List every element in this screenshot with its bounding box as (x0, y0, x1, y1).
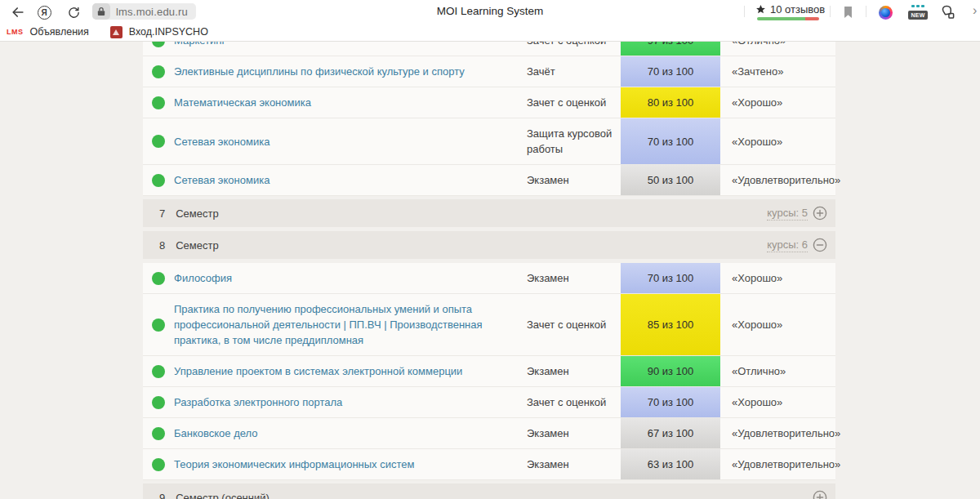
bookmark-flag-icon (843, 6, 853, 19)
lock-icon[interactable] (92, 3, 110, 20)
extensions-icon (940, 5, 956, 20)
rating-bar (757, 17, 819, 20)
course-link[interactable]: Математическая экономика (174, 95, 527, 110)
course-link[interactable]: Разработка электронного портала (174, 394, 527, 410)
courses-count-link[interactable]: курсы: 5 (767, 207, 808, 221)
table-row: Банковское дело Экзамен 67 из 100 «Удовл… (143, 418, 835, 449)
course-link[interactable]: Банковское дело (174, 425, 527, 441)
score-cell: 67 из 100 (621, 418, 720, 448)
reviews-count: 10 отзывов (770, 3, 825, 16)
exam-type: Зачет с оценкой (527, 95, 621, 110)
bookmarks-bar: LMS Объявления Вход.INPSYCHO (0, 23, 980, 42)
refresh-button[interactable] (64, 2, 83, 22)
course-link[interactable]: Маркетинг (174, 42, 527, 48)
status-dot-icon (152, 396, 165, 409)
status-dot-icon (152, 458, 165, 471)
lms-logo-icon: LMS (7, 28, 24, 36)
browser-window: Я lms.moi.edu.ru MOI Learning System 10 … (0, 0, 980, 499)
table-row: Сетевая экономика Экзамен 50 из 100 «Удо… (143, 165, 835, 196)
browser-toolbar: Я lms.moi.edu.ru MOI Learning System 10 … (0, 0, 980, 23)
course-link[interactable]: Сетевая экономика (174, 134, 527, 149)
yandex-home-button[interactable]: Я (34, 2, 54, 22)
exam-type: Зачёт (527, 64, 621, 79)
grade-text: «Удовлетворительно» (720, 174, 840, 186)
status-dot-icon (152, 319, 165, 332)
status-dot-icon (152, 42, 165, 47)
status-dot-icon (152, 272, 165, 285)
bookmark-announcements[interactable]: LMS Объявления (7, 26, 89, 38)
exam-type: Экзамен (527, 172, 621, 188)
semester-number: 8 (159, 239, 165, 252)
status-dot-icon (152, 174, 165, 187)
exam-type: Защита курсовой работы (527, 126, 621, 157)
table-row: Маркетинг Зачет с оценкой 97 из 100 «Отл… (143, 42, 835, 56)
exam-type: Зачет с оценкой (527, 317, 621, 332)
bookmark-page-button[interactable] (838, 2, 858, 22)
status-dot-icon (152, 365, 165, 378)
course-link[interactable]: Элективные дисциплины по физической куль… (174, 64, 527, 79)
score-cell: 50 из 100 (621, 165, 720, 195)
exam-type: Экзамен (527, 270, 621, 286)
course-link[interactable]: Практика по получению профессиональных у… (174, 301, 527, 348)
back-button[interactable] (8, 2, 28, 22)
course-link[interactable]: Управление проектом в системах электронн… (174, 363, 527, 379)
semester-header-row: 8 Семестр курсы: 6 (143, 231, 835, 259)
semester-header-row: 9 Семестр (осенний) (143, 483, 835, 499)
course-link[interactable]: Сетевая экономика (174, 172, 527, 188)
semester-header-row: 7 Семестр курсы: 5 (143, 199, 835, 227)
table-row: Философия Экзамен 70 из 100 «Хорошо» (143, 263, 835, 294)
course-link[interactable]: Теория экономических информационных сист… (174, 457, 527, 472)
chevron-right-icon[interactable]: › (973, 3, 977, 18)
score-cell: 70 из 100 (621, 263, 720, 293)
status-dot-icon (152, 135, 165, 148)
grade-text: «Отлично» (720, 365, 835, 377)
reviews-button[interactable]: 10 отзывов (755, 3, 825, 16)
toolbar-divider (830, 6, 831, 17)
plus-circle-icon (813, 206, 827, 221)
table-row: Сетевая экономика Защита курсовой работы… (143, 118, 835, 165)
grades-table: Маркетинг Зачет с оценкой 97 из 100 «Отл… (143, 42, 835, 499)
score-cell: 63 из 100 (621, 449, 720, 479)
table-row: Математическая экономика Зачет с оценкой… (143, 87, 835, 118)
exam-type: Экзамен (527, 425, 621, 441)
course-link[interactable]: Философия (174, 270, 527, 286)
score-cell: 97 из 100 (621, 42, 720, 56)
semester-number: 9 (159, 492, 165, 499)
bookmark-inpsycho[interactable]: Вход.INPSYCHO (110, 26, 208, 38)
new-feature-button[interactable]: NEW (906, 2, 929, 22)
grade-text: «Отлично» (720, 42, 835, 47)
address-bar[interactable]: lms.moi.edu.ru (92, 3, 196, 20)
grade-text: «Хорошо» (720, 136, 835, 148)
exam-type: Экзамен (527, 363, 621, 379)
exam-type: Зачет с оценкой (527, 42, 621, 48)
table-row: Управление проектом в системах электронн… (143, 356, 835, 387)
new-badge-icon: NEW (908, 5, 928, 20)
score-cell: 80 из 100 (621, 87, 720, 118)
status-dot-icon (152, 427, 165, 440)
score-cell: 70 из 100 (621, 56, 720, 87)
grade-text: «Хорошо» (720, 396, 835, 408)
grade-text: «Хорошо» (720, 319, 835, 331)
yandex-icon: Я (38, 6, 51, 20)
status-dot-icon (152, 96, 165, 109)
courses-count-link[interactable]: курсы: 6 (767, 238, 808, 252)
semester-title: Семестр (176, 207, 218, 220)
profile-button[interactable] (875, 2, 895, 22)
collapse-semester-button[interactable] (813, 238, 827, 252)
rating-bar-negative (805, 17, 819, 20)
grade-text: «Удовлетворительно» (720, 458, 840, 470)
status-dot-icon (152, 65, 165, 78)
star-icon (755, 4, 766, 15)
score-cell: 90 из 100 (621, 356, 720, 386)
toolbar-divider (866, 6, 866, 17)
expand-semester-button[interactable] (813, 206, 827, 221)
expand-semester-button[interactable] (813, 490, 827, 499)
score-cell: 70 из 100 (621, 387, 720, 417)
page-title: MOI Learning System (437, 5, 544, 17)
extensions-button[interactable] (938, 2, 957, 22)
table-row: Теория экономических информационных сист… (143, 449, 835, 480)
grade-text: «Удовлетворительно» (720, 427, 840, 439)
page-content: Маркетинг Зачет с оценкой 97 из 100 «Отл… (0, 42, 980, 499)
minus-circle-icon (813, 238, 827, 252)
inpsycho-logo-icon (110, 26, 122, 38)
